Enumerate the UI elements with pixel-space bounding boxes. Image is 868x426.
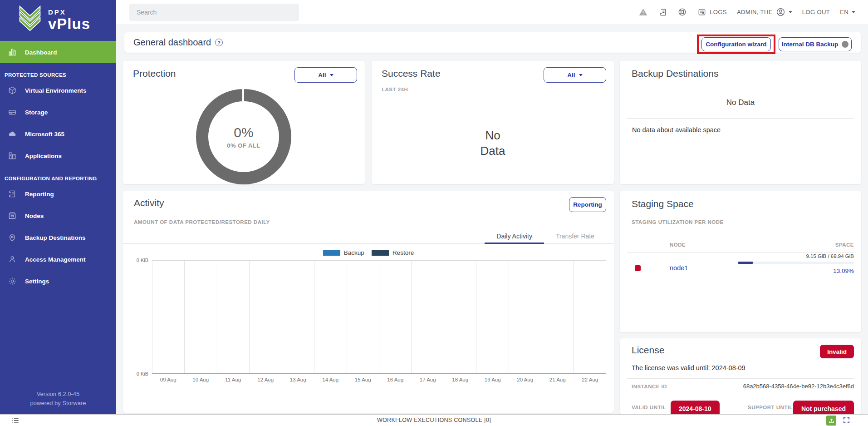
- activity-tabs: Daily Activity Transfer Rate: [123, 229, 614, 244]
- node-usage-bar: [738, 262, 854, 264]
- topbar: LOGS ADMIN, THE LOG OUT EN: [116, 0, 868, 24]
- help-lifebuoy-icon[interactable]: [677, 7, 687, 17]
- y-axis-tick-top: 0 KiB: [128, 258, 148, 263]
- annotation-highlight-box: Configuration wizard: [697, 35, 775, 54]
- buildings-icon: [8, 151, 17, 160]
- tab-daily-activity[interactable]: Daily Activity: [485, 229, 544, 243]
- sidebar-item-nodes[interactable]: Nodes: [0, 205, 116, 227]
- staging-space-panel: Staging Space STAGING UTILIZATION PER NO…: [620, 191, 861, 332]
- sidebar-item-applications[interactable]: Applications: [0, 145, 116, 167]
- language-selector[interactable]: EN: [840, 9, 855, 15]
- donut-center: 0% 0% OF ALL: [196, 89, 291, 184]
- node-status-icon: [635, 265, 641, 271]
- activity-panel: Activity Reporting AMOUNT OF DATA PROTEC…: [123, 191, 614, 413]
- legend-backup: Backup: [323, 249, 364, 256]
- status-dot-icon: [842, 41, 848, 48]
- console-label[interactable]: WORKFLOW EXECUTIONS CONSOLE [0]: [0, 417, 868, 423]
- support-until-badge: Not purchased: [793, 401, 854, 414]
- node-usage-fill: [738, 262, 753, 264]
- sidebar-item-backup-destinations[interactable]: Backup Destinations: [0, 227, 116, 248]
- success-rate-filter-dropdown[interactable]: All: [544, 67, 606, 83]
- backup-destinations-no-data: No Data: [620, 98, 861, 107]
- column-header-node: NODE: [670, 242, 686, 248]
- hard-drive-icon: [8, 108, 17, 117]
- filter-label: All: [567, 72, 575, 79]
- sidebar-item-label: Virtual Environments: [25, 87, 87, 94]
- success-rate-panel: Success Rate LAST 24H All No Data: [372, 61, 614, 184]
- page-title: General dashboard: [133, 37, 211, 48]
- chevron-down-icon: [789, 11, 792, 13]
- divider: [627, 378, 854, 379]
- scroll-icon: [8, 189, 17, 198]
- search-input[interactable]: [129, 4, 299, 21]
- sidebar-item-label: Backup Destinations: [25, 234, 86, 241]
- sidebar-item-dashboard[interactable]: Dashboard: [0, 41, 116, 63]
- sidebar-item-storage[interactable]: Storage: [0, 101, 116, 123]
- valid-until-badge: 2024-08-10: [671, 401, 720, 414]
- column-header-space: SPACE: [835, 242, 854, 248]
- cube-icon: [8, 86, 17, 95]
- newspaper-icon: [697, 7, 706, 17]
- chart-legend: Backup Restore: [123, 249, 614, 256]
- backup-destinations-panel: Backup Destinations No Data No data abou…: [620, 61, 861, 184]
- warning-icon[interactable]: [638, 7, 648, 17]
- protection-caption: 0% OF ALL: [227, 142, 260, 149]
- help-icon[interactable]: ?: [215, 39, 223, 46]
- sidebar: DPX vPlus Dashboard PROTECTED SOURCES Vi…: [0, 0, 116, 414]
- sidebar-item-access-management[interactable]: Access Management: [0, 248, 116, 270]
- success-rate-title: Success Rate: [382, 68, 441, 79]
- node-space-value: 9.15 GiB / 69.94 GiB: [806, 253, 854, 259]
- sidebar-item-virtual-environments[interactable]: Virtual Environments: [0, 79, 116, 101]
- sidebar-item-settings[interactable]: Settings: [0, 270, 116, 292]
- logout-button[interactable]: LOG OUT: [802, 9, 830, 15]
- console-export-icon[interactable]: [826, 416, 836, 426]
- divider: [627, 394, 854, 394]
- sidebar-item-microsoft-365[interactable]: Microsoft 365: [0, 123, 116, 145]
- restore-swatch-icon: [372, 250, 389, 256]
- protection-panel: Protection All 0% 0% OF ALL: [123, 61, 365, 184]
- protection-percent: 0%: [234, 125, 253, 140]
- activity-subtitle: AMOUNT OF DATA PROTECTED/RESTORED DAILY: [134, 219, 270, 225]
- backup-destinations-note: No data about available space: [632, 126, 721, 134]
- logs-button[interactable]: LOGS: [697, 7, 727, 17]
- tab-transfer-rate[interactable]: Transfer Rate: [544, 229, 606, 243]
- sidebar-item-label: Nodes: [25, 213, 44, 219]
- cloud-icon: [8, 129, 17, 139]
- language-label: EN: [840, 9, 848, 15]
- success-rate-no-data: No Data: [372, 128, 614, 159]
- user-menu[interactable]: ADMIN, THE: [737, 7, 792, 17]
- filter-label: All: [318, 72, 326, 79]
- internal-db-backup-label: Internal DB Backup: [782, 41, 839, 48]
- chevron-down-icon: [852, 11, 855, 13]
- report-icon[interactable]: [658, 7, 667, 17]
- sidebar-item-label: Dashboard: [25, 49, 57, 56]
- configuration-wizard-button[interactable]: Configuration wizard: [701, 37, 771, 51]
- brand-logo[interactable]: DPX vPlus: [0, 0, 116, 39]
- success-rate-subtitle: LAST 24H: [382, 87, 408, 92]
- license-message: The license was valid until: 2024-08-09: [632, 364, 745, 372]
- activity-reporting-button[interactable]: Reporting: [569, 197, 606, 212]
- sidebar-item-reporting[interactable]: Reporting: [0, 183, 116, 205]
- staging-space-subtitle: STAGING UTILIZATION PER NODE: [632, 219, 724, 225]
- sidebar-nav: Dashboard PROTECTED SOURCES Virtual Envi…: [0, 41, 116, 292]
- node-link[interactable]: node1: [670, 264, 688, 272]
- sidebar-section-configuration-reporting: CONFIGURATION AND REPORTING: [0, 167, 116, 183]
- license-status-badge: Invalid: [820, 345, 854, 358]
- logs-label: LOGS: [710, 9, 727, 15]
- logout-label: LOG OUT: [802, 9, 830, 15]
- sidebar-item-label: Access Management: [25, 256, 86, 263]
- fullscreen-icon[interactable]: [843, 416, 851, 425]
- divider: [627, 253, 854, 253]
- valid-until-label: VALID UNTIL: [632, 405, 666, 410]
- internal-db-backup-button[interactable]: Internal DB Backup: [779, 37, 852, 51]
- powered-by: powered by Storware: [0, 399, 116, 408]
- sidebar-item-label: Storage: [25, 109, 48, 116]
- protection-filter-dropdown[interactable]: All: [294, 67, 357, 83]
- node-usage-percent: 13.09%: [833, 267, 854, 274]
- legend-restore: Restore: [372, 249, 414, 256]
- sidebar-item-label: Settings: [25, 278, 49, 285]
- license-panel: License Invalid The license was valid un…: [620, 338, 861, 414]
- brand-chevron-icon: [17, 5, 43, 35]
- avatar-icon: [776, 7, 785, 17]
- page-header: General dashboard ? Configuration wizard…: [124, 32, 861, 53]
